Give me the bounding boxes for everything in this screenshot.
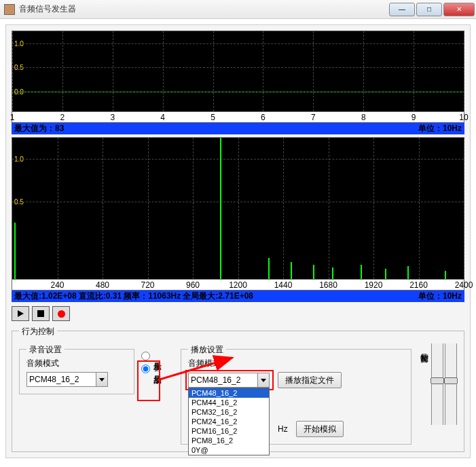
window-title: 音频信号发生器 [19,3,389,15]
x-axis-bottom: 240480720960120014401680192021602400 [12,280,464,291]
start-sim-button[interactable]: 开始模拟 [296,421,344,437]
volume-slider-right[interactable] [445,343,457,425]
play-button[interactable] [12,306,29,321]
record-mode-value: PCM48_16_2 [29,375,79,384]
status-freq: 频率：11063Hz [124,291,181,302]
play-mode-dropdown: PCM48_16_2PCM44_16_2PCM32_16_2PCM24_16_2… [188,388,270,455]
status-max: 最大值为：83 [14,123,64,134]
display-mode-radios: 录音显示 播放显示 [141,339,174,373]
record-icon [58,310,65,318]
stop-button[interactable] [32,306,50,321]
status-bar-bottom: 最大值:1.02E+08 直流比:0.31 频率：11063Hz 全局最大:2.… [12,291,464,302]
record-mode-dropdown-button[interactable] [96,372,108,387]
volume-label: 音量控制 [418,343,430,348]
minimize-button[interactable]: — [389,3,415,16]
play-settings-group: 播放设置 音频模式 PCM48_16_2 PCM48_16_2PCM44_16_… [181,349,411,445]
play-mode-option[interactable]: PCM32_16_2 [189,407,269,417]
status-unit2: 单位：10Hz [418,291,462,302]
volume-group: 音量控制 [418,339,457,425]
play-file-button[interactable]: 播放指定文件 [278,372,342,388]
radio-record-display[interactable]: 录音显示 [141,352,163,360]
play-mode-option[interactable]: 0Y@ [189,445,269,455]
radio-play-display[interactable]: 播放显示 [141,365,163,373]
hz-label: Hz [278,424,288,434]
status-bar-top: 最大值为：83 单位：10Hz [12,123,464,134]
play-legend: 播放设置 [188,344,226,356]
play-mode-option[interactable]: PCM24_16_2 [189,417,269,426]
record-button[interactable] [52,306,70,321]
status-unit: 单位：10Hz [418,123,462,134]
play-mode-option[interactable]: PCM48_16_2 [189,388,269,398]
behavior-legend: 行为控制 [19,326,57,337]
maximize-button[interactable]: □ [416,3,442,16]
behavior-group: 行为控制 录音设置 音频模式 PCM48_16_2 [12,331,464,452]
x-axis-top: 12345678910 [12,112,464,123]
play-mode-option[interactable]: PCM8_16_2 [189,436,269,445]
play-mode-option[interactable]: PCM44_16_2 [189,398,269,407]
transport-controls [12,306,464,321]
play-mode-value: PCM48_16_2 [191,375,240,385]
app-icon [4,4,15,15]
record-settings-group: 录音设置 音频模式 PCM48_16_2 [19,349,134,394]
status-gmax: 全局最大:2.71E+08 [183,291,253,302]
waveform-plot-top: 1.00.50.0 [12,31,464,112]
radio-record-input[interactable] [141,352,150,360]
status-dc: 直流比:0.31 [79,291,122,302]
radio-play-input[interactable] [141,365,150,373]
play-icon [18,310,24,317]
play-mode-dropdown-button[interactable] [257,373,270,388]
play-mode-label: 音频模式 [188,358,404,369]
volume-slider-left[interactable] [431,343,443,425]
record-legend: 录音设置 [26,344,65,356]
title-bar: 音频信号发生器 — □ ✕ [0,0,476,19]
close-button[interactable]: ✕ [443,3,475,16]
stop-icon [37,310,44,317]
spectrum-plot-bottom: 1.00.5 [12,137,464,280]
main-panel: 1.00.50.0 12345678910 最大值为：83 单位：10Hz 1.… [5,24,471,458]
play-mode-option[interactable]: PCM16_16_2 [189,426,269,436]
status-max2: 最大值:1.02E+08 [14,291,77,302]
record-mode-label: 音频模式 [26,358,127,369]
